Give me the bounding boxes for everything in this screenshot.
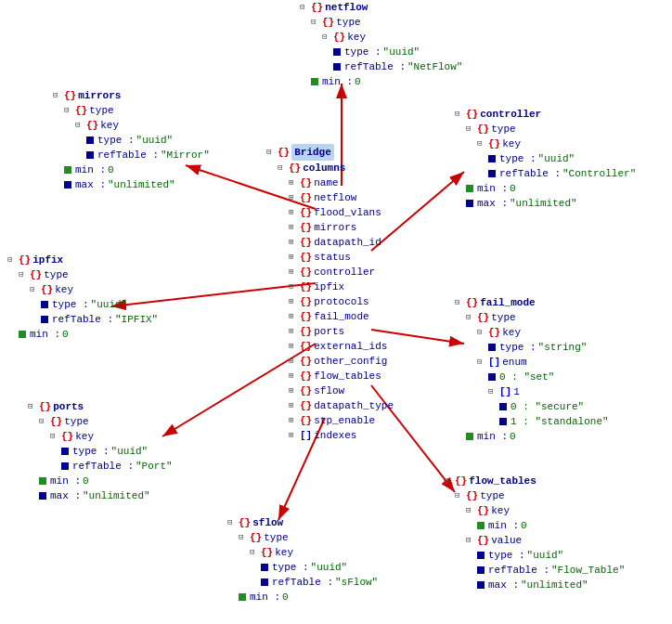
bullet	[61, 448, 69, 455]
bullet	[477, 581, 485, 589]
ipfix-type: type	[44, 267, 68, 282]
mirrors-node: ⊟ {} mirrors ⊟ {} type ⊟ {} key type : "…	[53, 88, 210, 192]
bullet	[41, 316, 48, 323]
flow-tables-key: key	[491, 503, 510, 518]
bullet	[488, 344, 496, 351]
bullet	[311, 78, 318, 85]
bullet	[488, 155, 496, 162]
bullet	[86, 151, 94, 159]
flow-tables-type: type	[480, 488, 504, 503]
ports-label: ports	[53, 399, 84, 414]
flow-tables-node: ⊟ {} flow_tables ⊟ {} type ⊟ {} key min …	[444, 474, 625, 592]
bullet	[333, 48, 341, 56]
bullet	[239, 593, 246, 601]
fail-mode-type: type	[491, 310, 515, 325]
expand-columns[interactable]: ⊟	[278, 161, 287, 176]
netflow-node: ⊟ {} netflow ⊟ {} type ⊟ {} key type : "…	[300, 0, 462, 89]
netflow-label: netflow	[325, 0, 368, 15]
bridge-label: Bridge	[291, 144, 334, 161]
bullet	[499, 403, 507, 410]
ports-node: ⊟ {} ports ⊟ {} type ⊟ {} key type : "uu…	[28, 399, 173, 503]
fail-mode-key: key	[502, 325, 521, 340]
bullet	[477, 566, 485, 574]
bullet	[488, 170, 496, 177]
controller-node: ⊟ {} controller ⊟ {} type ⊟ {} key type …	[455, 107, 636, 211]
bullet	[39, 477, 46, 485]
bullet	[466, 185, 473, 192]
sflow-type: type	[264, 530, 288, 545]
mirrors-type: type	[89, 103, 113, 118]
ipfix-label: ipfix	[32, 253, 63, 267]
bullet	[64, 166, 71, 174]
bullet	[466, 200, 473, 207]
bullet	[499, 418, 507, 425]
fail-mode-label: fail_mode	[480, 295, 535, 310]
flow-tables-value: value	[491, 533, 522, 548]
fail-mode-one: 1	[513, 384, 520, 399]
sflow-key: key	[275, 545, 293, 560]
bullet	[86, 136, 94, 144]
bullet	[333, 63, 341, 71]
mirrors-label: mirrors	[78, 88, 121, 103]
bullet	[477, 552, 485, 559]
flow-tables-label: flow_tables	[469, 474, 536, 488]
netflow-type: type	[336, 15, 360, 30]
ports-key: key	[75, 429, 94, 444]
fail-mode-enum: enum	[502, 355, 526, 370]
bridge-columns-label: columns	[303, 161, 345, 176]
bullet	[39, 492, 46, 500]
ipfix-node: ⊟ {} ipfix ⊟ {} type ⊟ {} key type : "uu…	[7, 253, 158, 342]
bullet	[64, 181, 71, 188]
netflow-key: key	[347, 30, 366, 45]
bullet	[19, 331, 26, 338]
sflow-node: ⊟ {} sflow ⊟ {} type ⊟ {} key type : "uu…	[227, 515, 378, 604]
bullet	[41, 301, 48, 308]
ports-type: type	[64, 414, 88, 429]
bullet	[466, 433, 473, 440]
bullet	[261, 564, 268, 571]
fail-mode-node: ⊟ {} fail_mode ⊟ {} type ⊟ {} key type :…	[455, 295, 609, 444]
bridge-node: ⊟ {} Bridge ⊟ {} columns ⊞ {} name ⊞ {} …	[266, 144, 394, 443]
ipfix-key: key	[55, 282, 73, 297]
expand-bridge[interactable]: ⊟	[266, 145, 276, 160]
bullet	[477, 522, 485, 529]
bullet	[61, 462, 69, 470]
sflow-label: sflow	[252, 515, 283, 530]
controller-label: controller	[480, 107, 541, 122]
bullet	[261, 578, 268, 586]
controller-key: key	[502, 136, 521, 151]
controller-type: type	[491, 122, 515, 136]
mirrors-key: key	[100, 118, 119, 133]
bullet	[488, 373, 496, 381]
